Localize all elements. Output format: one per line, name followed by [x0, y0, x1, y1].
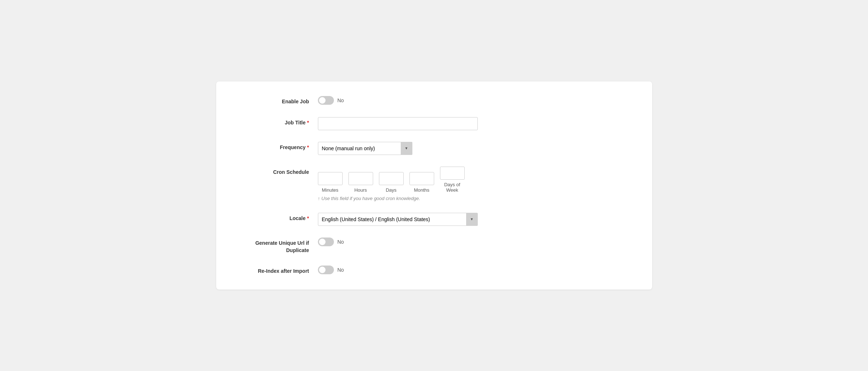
cron-days-of-week-label: Days ofWeek [444, 182, 460, 193]
cron-days-of-week-group: Days ofWeek [440, 167, 465, 193]
enable-job-slider [318, 96, 334, 105]
cron-days-of-week-input[interactable] [440, 167, 465, 180]
generate-unique-url-slider [318, 238, 334, 246]
locale-label: Locale* [238, 213, 318, 222]
cron-schedule-row: Cron Schedule Minutes Hours Days Months [238, 167, 630, 201]
generate-unique-url-status: No [338, 239, 344, 245]
cron-days-input[interactable] [379, 172, 404, 185]
cron-months-label: Months [414, 187, 429, 193]
job-title-label: Job Title* [238, 117, 318, 127]
enable-job-status: No [338, 97, 344, 103]
cron-minutes-label: Minutes [322, 187, 339, 193]
cron-minutes-group: Minutes [318, 172, 343, 193]
form-card: Enable Job No Job Title* Frequency* [216, 81, 652, 289]
cron-schedule-label: Cron Schedule [238, 167, 318, 176]
job-title-row: Job Title* [238, 117, 630, 130]
reindex-toggle[interactable] [318, 266, 334, 274]
locale-select-wrapper: English (United States) / English (Unite… [318, 213, 478, 226]
generate-unique-url-control: No [318, 238, 630, 246]
job-title-required: * [307, 120, 309, 125]
locale-select[interactable]: English (United States) / English (Unite… [318, 213, 478, 226]
cron-hours-group: Hours [348, 172, 373, 193]
enable-job-toggle[interactable] [318, 96, 334, 105]
cron-fields-group: Minutes Hours Days Months Days ofWeek [318, 167, 465, 193]
job-title-input[interactable] [318, 117, 478, 130]
generate-unique-url-row: Generate Unique Url if Duplicate No [238, 238, 630, 254]
reindex-status: No [338, 267, 344, 273]
frequency-control: None (manual run only) Every Minute Ever… [318, 142, 630, 155]
reindex-control: No [318, 266, 630, 274]
reindex-toggle-wrapper: No [318, 266, 344, 274]
job-title-control [318, 117, 630, 130]
locale-row: Locale* English (United States) / Englis… [238, 213, 630, 226]
reindex-label: Re-Index after Import [238, 266, 318, 275]
enable-job-row: Enable Job No [238, 96, 630, 105]
enable-job-label: Enable Job [238, 96, 318, 105]
cron-hours-input[interactable] [348, 172, 373, 185]
cron-hours-label: Hours [354, 187, 367, 193]
cron-months-input[interactable] [409, 172, 434, 185]
frequency-select-wrapper: None (manual run only) Every Minute Ever… [318, 142, 412, 155]
frequency-required: * [307, 144, 309, 150]
frequency-select[interactable]: None (manual run only) Every Minute Ever… [318, 142, 412, 155]
cron-schedule-control: Minutes Hours Days Months Days ofWeek [318, 167, 630, 201]
cron-hint: ↑ Use this field if you have good cron k… [318, 196, 420, 201]
cron-minutes-input[interactable] [318, 172, 343, 185]
locale-required: * [307, 215, 309, 221]
frequency-row: Frequency* None (manual run only) Every … [238, 142, 630, 155]
generate-unique-url-label: Generate Unique Url if Duplicate [238, 238, 318, 254]
cron-days-label: Days [386, 187, 397, 193]
reindex-row: Re-Index after Import No [238, 266, 630, 275]
generate-unique-url-toggle-wrapper: No [318, 238, 344, 246]
locale-control: English (United States) / English (Unite… [318, 213, 630, 226]
frequency-label: Frequency* [238, 142, 318, 151]
cron-days-group: Days [379, 172, 404, 193]
generate-unique-url-toggle[interactable] [318, 238, 334, 246]
cron-months-group: Months [409, 172, 434, 193]
enable-job-toggle-wrapper: No [318, 96, 344, 105]
enable-job-control: No [318, 96, 630, 105]
reindex-slider [318, 266, 334, 274]
